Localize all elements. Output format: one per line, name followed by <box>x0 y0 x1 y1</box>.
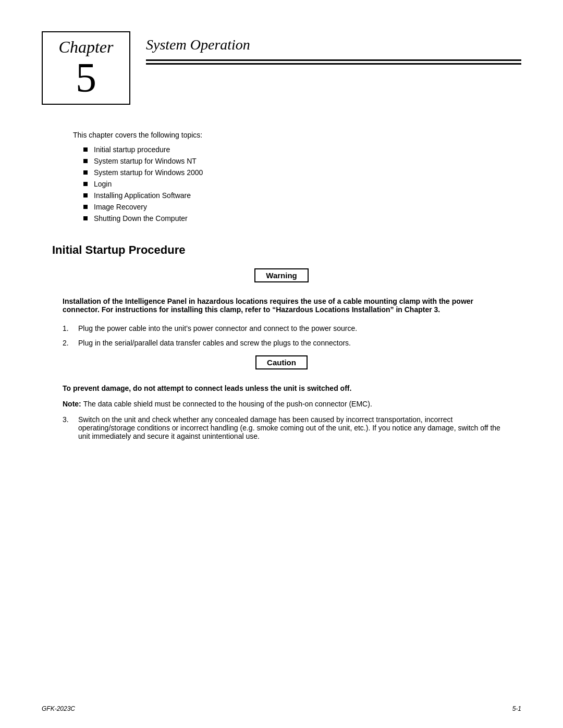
step-3: 3. Switch on the unit and check whether … <box>63 415 511 440</box>
caution-box: Caution <box>255 355 308 369</box>
steps-list: 1. Plug the power cable into the unit’s … <box>52 324 511 347</box>
warning-box: Warning <box>254 268 308 282</box>
bullet-icon <box>83 147 88 152</box>
toc-section: This chapter covers the following topics… <box>42 131 521 223</box>
header-divider <box>146 59 521 65</box>
bullet-icon <box>83 216 88 220</box>
list-item: Login <box>83 180 521 188</box>
caution-text: To prevent damage, do not attempt to con… <box>52 384 511 392</box>
list-item: System startup for Windows NT <box>83 157 521 165</box>
bullet-icon <box>83 193 88 198</box>
section1-heading: Initial Startup Procedure <box>52 243 511 258</box>
warning-container: Warning <box>52 268 511 290</box>
list-item: Image Recovery <box>83 203 521 211</box>
caution-container: Caution <box>52 355 511 377</box>
chapter-number: 5 <box>53 57 119 98</box>
chapter-title-area: System Operation <box>146 31 521 65</box>
footer-left: GFK-2023C <box>42 705 75 712</box>
note-label: Note: <box>63 400 83 408</box>
step-1-text: Plug the power cable into the unit’s pow… <box>78 324 511 332</box>
toc-intro: This chapter covers the following topics… <box>73 131 521 139</box>
step-2: 2. Plug in the serial/parallel data tran… <box>63 339 511 347</box>
list-item: Initial startup procedure <box>83 145 521 154</box>
note-paragraph: Note: The data cable shield must be conn… <box>52 400 511 408</box>
toc-list: Initial startup procedure System startup… <box>73 145 521 223</box>
note-text: The data cable shield must be connected … <box>83 400 372 408</box>
bullet-icon <box>83 159 88 163</box>
warning-text: Installation of the Intelligence Panel i… <box>52 297 511 314</box>
chapter-title: System Operation <box>146 36 521 53</box>
steps-list-2: 3. Switch on the unit and check whether … <box>52 415 511 440</box>
list-item: System startup for Windows 2000 <box>83 168 521 177</box>
page-footer: GFK-2023C 5-1 <box>42 705 521 712</box>
footer-right: 5-1 <box>512 705 521 712</box>
step-1: 1. Plug the power cable into the unit’s … <box>63 324 511 332</box>
chapter-box: Chapter 5 <box>42 31 130 105</box>
step-2-text: Plug in the serial/parallel data transfe… <box>78 339 511 347</box>
step-3-text: Switch on the unit and check whether any… <box>78 415 511 440</box>
bullet-icon <box>83 205 88 209</box>
chapter-header: Chapter 5 System Operation <box>42 31 521 105</box>
bullet-icon <box>83 170 88 175</box>
bullet-icon <box>83 182 88 186</box>
list-item: Shutting Down the Computer <box>83 214 521 223</box>
chapter-word: Chapter <box>53 38 119 57</box>
list-item: Installing Application Software <box>83 191 521 200</box>
